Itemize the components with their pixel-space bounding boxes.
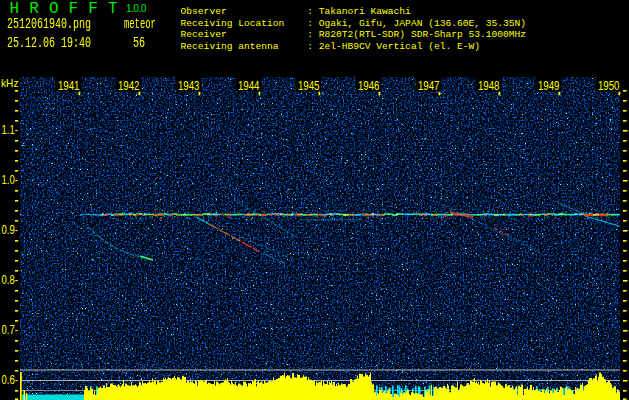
- svg-text:1950: 1950: [598, 79, 620, 93]
- svg-text:kHz: kHz: [1, 77, 19, 89]
- svg-text:1.1-: 1.1-: [2, 123, 18, 137]
- svg-text:1943: 1943: [178, 79, 200, 93]
- svg-text:1946: 1946: [358, 79, 380, 93]
- svg-text:1948: 1948: [478, 79, 500, 93]
- svg-text:1941: 1941: [58, 79, 80, 93]
- svg-text:0.9-: 0.9-: [2, 223, 18, 237]
- svg-text:1.0-: 1.0-: [2, 173, 18, 187]
- svg-text:0.8-: 0.8-: [2, 273, 18, 287]
- svg-text:1947: 1947: [418, 79, 440, 93]
- svg-text:1949: 1949: [538, 79, 560, 93]
- svg-text:1945: 1945: [298, 79, 320, 93]
- svg-text:1942: 1942: [118, 79, 140, 93]
- svg-text:0.7-: 0.7-: [2, 323, 18, 337]
- svg-text:1944: 1944: [238, 79, 260, 93]
- svg-text:0.6-: 0.6-: [2, 373, 18, 387]
